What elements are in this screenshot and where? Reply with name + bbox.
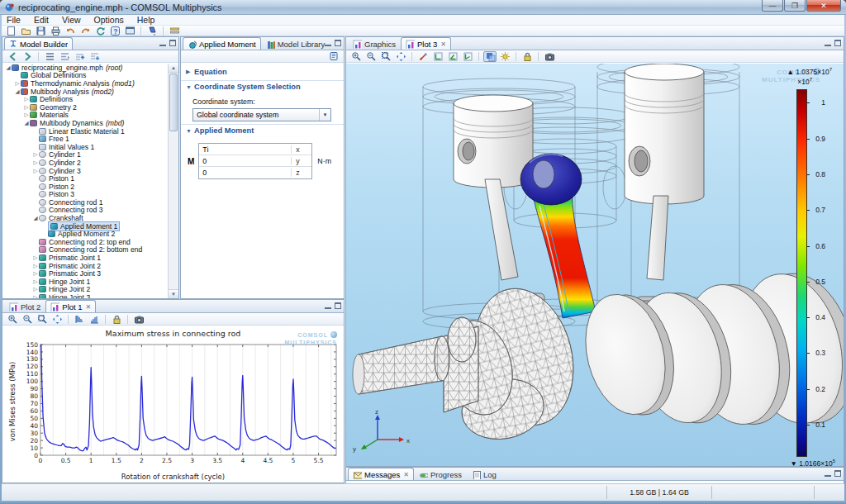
tree-item-reciprocating-engine-mph[interactable]: ◢reciprocating_engine.mph(root) [2, 64, 168, 72]
close-tab-icon[interactable]: ✕ [86, 303, 92, 311]
tab-model-builder[interactable]: Model Builder [4, 37, 73, 50]
moment-z-field[interactable]: 0 [199, 169, 292, 177]
tab-applied-moment[interactable]: Applied Moment [183, 37, 261, 50]
tab-messages[interactable]: Messages✕ [348, 468, 414, 480]
expanded-arrow-icon[interactable]: ◢ [32, 215, 39, 221]
tree-item-piston-2[interactable]: Piston 2 [2, 183, 168, 191]
minimize-panel-icon[interactable] [325, 302, 331, 309]
maximize-panel-icon[interactable] [169, 40, 176, 46]
menu-options[interactable]: Options [88, 15, 131, 26]
open-file-icon[interactable] [19, 26, 32, 36]
go-yz-view-icon[interactable] [446, 51, 459, 62]
select-lock-icon[interactable] [110, 314, 123, 325]
graphics-canvas-3d[interactable]: z x y COMSOL MULTIPHYSICS ▲ 1.0375×107 ×… [346, 64, 844, 466]
select-lock-icon[interactable] [520, 51, 534, 62]
tree-item-global-definitions[interactable]: Global Definitions [2, 72, 168, 80]
maximize-panel-icon[interactable] [335, 302, 341, 309]
tree-item-materials[interactable]: ▷Materials [2, 112, 168, 120]
collapsed-arrow-icon[interactable]: ▷ [32, 159, 39, 166]
print-icon[interactable] [49, 26, 62, 36]
go-default-view-icon[interactable] [416, 51, 430, 62]
save-icon[interactable] [34, 26, 47, 36]
zoom-box-icon[interactable] [36, 314, 49, 325]
collapsed-arrow-icon[interactable]: ▷ [32, 278, 39, 285]
new-file-icon[interactable] [4, 26, 17, 36]
moment-y-field[interactable]: 0 [199, 157, 292, 165]
tree-item-applied-moment-2[interactable]: Applied Moment 2 [2, 230, 168, 238]
zoom-box-icon[interactable] [379, 51, 392, 62]
collapsed-arrow-icon[interactable]: ▷ [32, 270, 39, 277]
scroll-thumb[interactable] [169, 74, 178, 131]
tree-item-piston-1[interactable]: Piston 1 [2, 174, 168, 183]
tree-item-prismatic-joint-1[interactable]: ▷Prismatic Joint 1 [2, 254, 168, 262]
tree-item-hinge-joint-3[interactable]: ▷Hinge Joint 3 [2, 293, 168, 298]
move-down-icon[interactable] [88, 51, 101, 62]
expanded-arrow-icon[interactable]: ◢ [23, 120, 30, 126]
moment-x-field[interactable]: Ti [199, 145, 292, 154]
close-tab-icon[interactable]: ✕ [403, 471, 409, 478]
tree-item-connecting-rod-2-bottom-end[interactable]: Connecting rod 2: bottom end [2, 246, 168, 254]
close-tab-icon[interactable]: ✕ [440, 40, 446, 48]
tree-item-thermodynamic-analysis[interactable]: ▷Thermodynamic Analysis(mod1) [2, 79, 168, 88]
window-maximize-button[interactable]: ❐ [784, 0, 806, 12]
zoom-out-icon[interactable] [21, 314, 34, 325]
axis-y-log-icon[interactable] [73, 314, 86, 325]
expanded-arrow-icon[interactable]: ◢ [14, 88, 21, 95]
snapshot-icon[interactable] [132, 314, 145, 325]
tab-graphics[interactable]: Graphics [348, 37, 401, 50]
tree-item-connecting-rod-1[interactable]: Connecting rod 1 [2, 198, 168, 207]
tree-item-piston-3[interactable]: Piston 3 [2, 191, 168, 199]
menu-file[interactable]: File [0, 15, 27, 26]
minimize-panel-icon[interactable] [325, 40, 331, 46]
forward-icon[interactable] [21, 51, 34, 62]
expanded-arrow-icon[interactable]: ◢ [5, 64, 12, 71]
tree-item-multibody-analysis[interactable]: ◢Multibody Analysis(mod2) [2, 88, 168, 96]
collapsed-arrow-icon[interactable]: ▷ [32, 286, 39, 292]
go-zx-view-icon[interactable] [461, 51, 474, 62]
zoom-extents-icon[interactable] [50, 314, 64, 325]
collapsed-arrow-icon[interactable]: ▷ [23, 96, 30, 102]
snapshot-icon[interactable] [543, 51, 556, 62]
menu-edit[interactable]: Edit [27, 15, 55, 26]
tree-item-hinge-joint-1[interactable]: ▷Hinge Joint 1 [2, 278, 168, 286]
tree-item-prismatic-joint-2[interactable]: ▷Prismatic Joint 2 [2, 262, 168, 270]
tree-item-applied-moment-1[interactable]: Applied Moment 1 [2, 222, 168, 231]
tree-item-cylinder-1[interactable]: ▷Cylinder 1 [2, 151, 168, 159]
scroll-down-icon[interactable]: ▼ [169, 289, 178, 298]
tab-plot-1[interactable]: Plot 1✕ [45, 300, 96, 312]
scroll-up-icon[interactable]: ▲ [169, 64, 178, 73]
tab-progress[interactable]: Progress [414, 468, 467, 480]
go-xy-view-icon[interactable] [431, 51, 444, 62]
tree-item-linear-elastic-material-1[interactable]: Linear Elastic Material 1 [2, 127, 168, 136]
maximize-panel-icon[interactable] [834, 40, 841, 46]
tree-item-initial-values-1[interactable]: Initial Values 1 [2, 143, 168, 151]
tab-plot-3[interactable]: Plot 3✕ [401, 37, 451, 50]
tab-plot-2[interactable]: Plot 2 [4, 300, 45, 312]
undo-icon[interactable] [64, 26, 77, 36]
coordinate-system-select[interactable]: Global coordinate system ▼ [192, 108, 331, 121]
section-applied-moment[interactable]: ▼ Applied Moment [181, 124, 344, 136]
tree-item-definitions[interactable]: ▷Definitions [2, 95, 168, 103]
collapsed-arrow-icon[interactable]: ▷ [32, 254, 39, 261]
collapsed-arrow-icon[interactable]: ▷ [32, 151, 39, 158]
back-icon[interactable] [6, 51, 19, 62]
section-coordinate-system[interactable]: ▼ Coordinate System Selection [181, 80, 344, 93]
redo-icon[interactable] [78, 26, 92, 36]
expand-all-icon[interactable] [58, 51, 71, 62]
move-up-icon[interactable] [73, 51, 86, 62]
tree-item-connecting-rod-3[interactable]: Connecting rod 3 [2, 207, 168, 215]
mesh-icon[interactable] [168, 26, 181, 36]
collapsed-arrow-icon[interactable]: ▷ [32, 168, 39, 174]
tree-item-prismatic-joint-3[interactable]: ▷Prismatic Joint 3 [2, 269, 168, 278]
tree-item-multibody-dynamics[interactable]: ◢Multibody Dynamics(mbd) [2, 119, 168, 127]
chart-canvas[interactable]: Maximum stress in connecting rod COMSOL … [2, 326, 344, 483]
tree-item-hinge-joint-2[interactable]: ▷Hinge Joint 2 [2, 286, 168, 294]
help-book-icon[interactable] [327, 51, 340, 62]
window-icon[interactable] [123, 26, 136, 36]
zoom-in-icon[interactable] [349, 51, 363, 62]
minimize-panel-icon[interactable] [825, 40, 831, 46]
tree-item-connecting-rod-2-top-end[interactable]: Connecting rod 2: top end [2, 238, 168, 246]
tree-scrollbar[interactable]: ▲ ▼ [168, 64, 178, 298]
maximize-panel-icon[interactable] [834, 470, 841, 477]
tree-item-cylinder-2[interactable]: ▷Cylinder 2 [2, 159, 168, 167]
